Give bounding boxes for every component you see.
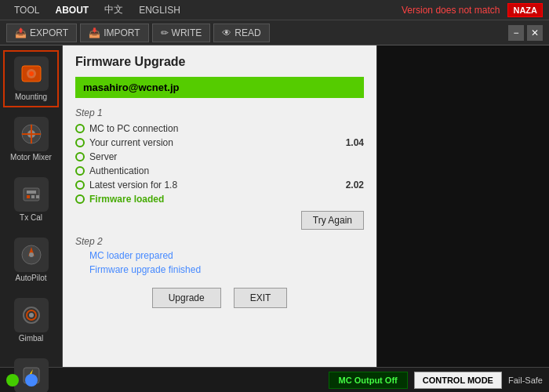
status-dot-green — [6, 374, 19, 387]
export-icon: 📤 — [15, 27, 27, 38]
action-row: Upgrade EXIT — [75, 288, 364, 308]
menu-bar: TOOL ABOUT 中文 ENGLISH Version does not m… — [0, 0, 549, 20]
tx-cal-label: Tx Cal — [20, 213, 42, 222]
step1-dot-0 — [75, 124, 85, 133]
step2-text-0: MC loader prepared — [89, 250, 173, 261]
import-button[interactable]: 📥 IMPORT — [80, 24, 148, 42]
step1-item-2: Server — [75, 151, 364, 162]
svg-rect-10 — [31, 195, 35, 198]
motor-mixer-icon — [14, 117, 49, 151]
control-mode: CONTROL MODE — [414, 372, 502, 389]
toolbar: 📤 EXPORT 📥 IMPORT ✏ WRITE 👁 READ − ✕ — [0, 20, 549, 45]
status-bar: MC Output Off CONTROL MODE Fail-Safe — [0, 367, 549, 392]
menu-english[interactable]: ENGLISH — [131, 0, 188, 20]
window-controls: − ✕ — [508, 25, 543, 41]
svg-point-2 — [29, 71, 34, 76]
page-title: Firmware Upgrade — [75, 55, 364, 69]
step1-dot-2 — [75, 152, 85, 162]
step1-text-2: Server — [89, 151, 359, 162]
write-button[interactable]: ✏ WRITE — [152, 24, 211, 42]
step1-text-3: Authentication — [89, 165, 359, 176]
sidebar-item-mounting[interactable]: Mounting — [3, 50, 59, 107]
step1-item-3: Authentication — [75, 165, 364, 176]
step1-text-5: Firmware loaded — [89, 194, 364, 205]
step1-dot-4 — [75, 180, 85, 190]
step1-dot-1 — [75, 138, 85, 147]
mounting-label: Mounting — [15, 93, 47, 101]
menu-tool[interactable]: TOOL — [6, 0, 47, 20]
exit-button[interactable]: EXIT — [234, 288, 288, 308]
close-button[interactable]: ✕ — [527, 25, 543, 41]
main-layout: Mounting Motor Mixer — [0, 45, 549, 367]
sidebar-item-tx-cal[interactable]: Tx Cal — [3, 171, 59, 228]
status-dot-blue — [25, 374, 38, 387]
autopilot-label: AutoPilot — [15, 274, 46, 282]
mounting-icon — [14, 56, 49, 91]
fail-safe: Fail-Safe — [508, 376, 543, 385]
step1-text-1: Your current version — [89, 137, 341, 148]
step1-label: Step 1 — [75, 107, 364, 118]
step1-value-4: 2.02 — [346, 180, 364, 191]
motor-mixer-label: Motor Mixer — [10, 153, 52, 162]
minimize-button[interactable]: − — [508, 25, 524, 41]
step2-dot-1 — [75, 265, 85, 274]
autopilot-icon — [14, 238, 49, 272]
step2-item-1: Firmware upgrade finished — [75, 264, 364, 275]
version-warning: Version does not match — [402, 5, 500, 16]
export-button[interactable]: 📤 EXPORT — [6, 24, 77, 42]
try-again-button[interactable]: Try Again — [301, 211, 364, 230]
step1-item-1: Your current version 1.04 — [75, 137, 364, 148]
read-icon: 👁 — [222, 27, 231, 38]
step1-item-0: MC to PC connection — [75, 123, 364, 134]
import-icon: 📥 — [89, 27, 100, 38]
step1-dot-5 — [75, 194, 85, 204]
step1-item-4: Latest version for 1.8 2.02 — [75, 180, 364, 191]
svg-rect-11 — [36, 195, 39, 198]
step2-dot-0 — [75, 251, 85, 260]
upgrade-button[interactable]: Upgrade — [152, 288, 221, 308]
menu-about[interactable]: ABOUT — [47, 0, 96, 20]
step1-dot-3 — [75, 166, 85, 176]
mc-output: MC Output Off — [329, 372, 408, 389]
write-icon: ✏ — [161, 27, 169, 38]
step2-text-1: Firmware upgrade finished — [89, 264, 201, 275]
tx-cal-icon — [14, 177, 49, 212]
svg-rect-8 — [27, 191, 36, 194]
svg-rect-7 — [24, 188, 39, 201]
svg-point-13 — [29, 252, 34, 257]
step1-text-4: Latest version for 1.8 — [89, 180, 341, 191]
step2-label: Step 2 — [75, 236, 364, 247]
menu-chinese[interactable]: 中文 — [96, 0, 131, 20]
step1-text-0: MC to PC connection — [89, 123, 359, 134]
gimbal-label: Gimbal — [19, 334, 44, 343]
step1-value-1: 1.04 — [346, 137, 364, 148]
right-panel — [376, 45, 549, 367]
try-again-row: Try Again — [75, 211, 364, 230]
content-area: Firmware Upgrade masahiro@wcnet.jp Step … — [63, 45, 376, 367]
gimbal-icon — [14, 298, 49, 332]
svg-rect-9 — [27, 195, 30, 198]
logo: NAZA — [507, 3, 543, 17]
sidebar-item-gimbal[interactable]: Gimbal — [3, 292, 59, 349]
read-button[interactable]: 👁 READ — [213, 24, 269, 42]
step1-item-5: Firmware loaded — [75, 194, 364, 205]
step2-item-0: MC loader prepared — [75, 250, 364, 261]
sidebar: Mounting Motor Mixer — [0, 45, 63, 367]
email-bar: masahiro@wcnet.jp — [75, 77, 364, 98]
sidebar-item-motor-mixer[interactable]: Motor Mixer — [3, 111, 59, 168]
svg-point-16 — [29, 313, 34, 318]
sidebar-item-autopilot[interactable]: AutoPilot — [3, 231, 59, 289]
